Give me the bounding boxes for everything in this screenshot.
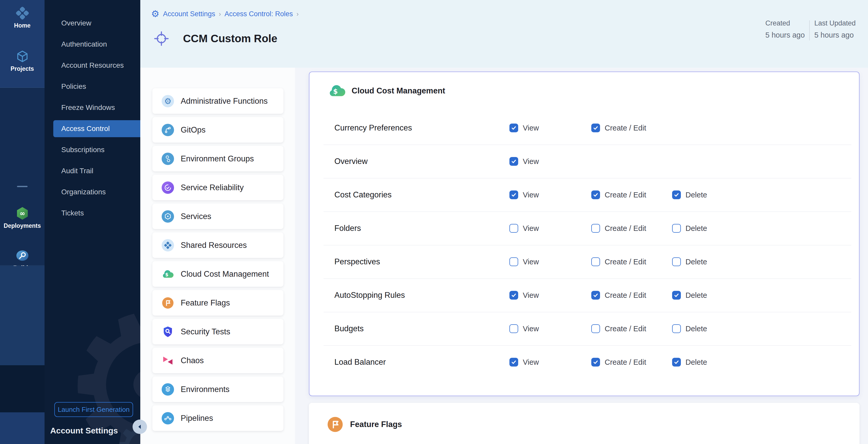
module-label: Pipelines bbox=[181, 414, 213, 423]
module-card-administrative-functions[interactable]: ⚙Administrative Functions bbox=[152, 88, 283, 114]
cloud-cost-management-permissions-card: $ Cloud Cost Management Currency Prefere… bbox=[309, 71, 860, 396]
permission-label: Budgets bbox=[334, 324, 364, 333]
rail-item-deployments[interactable]: ∞ Deployments bbox=[0, 206, 44, 229]
permissions-area: $ Cloud Cost Management Currency Prefere… bbox=[295, 68, 868, 444]
delete-permission-group: Delete bbox=[672, 324, 707, 333]
cloud-dollar-icon: $ bbox=[328, 84, 346, 98]
create_edit-checkbox[interactable] bbox=[591, 324, 600, 333]
module-rail: Home Projects ∞ Deployments Builds Featu… bbox=[0, 0, 44, 444]
view-checkbox[interactable] bbox=[509, 157, 518, 166]
delete-checkbox[interactable] bbox=[672, 291, 681, 299]
module-label: Services bbox=[181, 212, 211, 221]
settings-nav-item-policies[interactable]: Policies bbox=[44, 76, 140, 97]
module-label: Environments bbox=[181, 385, 229, 394]
delete-checkbox[interactable] bbox=[672, 190, 681, 199]
permission-row: BudgetsViewCreate / EditDelete bbox=[309, 312, 859, 345]
breadcrumb-separator: › bbox=[219, 10, 221, 18]
create_edit-permission-group: Create / Edit bbox=[591, 358, 646, 367]
delete-checkbox[interactable] bbox=[672, 324, 681, 333]
delete-checkbox[interactable] bbox=[672, 257, 681, 266]
permission-row: Load BalancerViewCreate / EditDelete bbox=[309, 345, 859, 379]
settings-nav-item-freeze-windows[interactable]: Freeze Windows bbox=[44, 97, 140, 118]
view-checkbox[interactable] bbox=[509, 124, 518, 132]
view-checkbox[interactable] bbox=[509, 257, 518, 266]
create_edit-checkbox-label: Create / Edit bbox=[604, 324, 646, 333]
create_edit-checkbox[interactable] bbox=[591, 358, 600, 367]
module-card-environments[interactable]: Environments bbox=[152, 377, 283, 402]
module-label: Cloud Cost Management bbox=[181, 269, 269, 279]
view-checkbox[interactable] bbox=[509, 358, 518, 367]
settings-nav-item-audit-trail[interactable]: Audit Trail bbox=[44, 160, 140, 182]
settings-nav-item-account-resources[interactable]: Account Resources bbox=[44, 55, 140, 76]
settings-nav-item-authentication[interactable]: Authentication bbox=[44, 34, 140, 55]
module-card-shared-resources[interactable]: Shared Resources bbox=[152, 232, 283, 258]
created-value: 5 hours ago bbox=[765, 31, 805, 39]
harness-app: Home Projects ∞ Deployments Builds Featu… bbox=[0, 0, 868, 444]
environments-icon bbox=[162, 383, 174, 395]
settings-nav-item-access-control[interactable]: Access Control bbox=[53, 120, 140, 137]
view-checkbox-label: View bbox=[523, 358, 539, 367]
delete-checkbox[interactable] bbox=[672, 358, 681, 367]
create_edit-checkbox[interactable] bbox=[591, 190, 600, 199]
module-card-environment-groups[interactable]: Environment Groups bbox=[152, 146, 283, 171]
delete-permission-group: Delete bbox=[672, 358, 707, 367]
settings-nav-item-organizations[interactable]: Organizations bbox=[44, 182, 140, 202]
rail-item-home[interactable]: Home bbox=[0, 6, 44, 29]
module-card-service-reliability[interactable]: Service Reliability bbox=[152, 175, 283, 200]
view-checkbox[interactable] bbox=[509, 291, 518, 299]
view-checkbox-label: View bbox=[523, 324, 539, 333]
view-checkbox[interactable] bbox=[509, 224, 518, 233]
view-checkbox[interactable] bbox=[509, 190, 518, 199]
create_edit-checkbox[interactable] bbox=[591, 257, 600, 266]
permission-label: Load Balancer bbox=[334, 357, 386, 367]
account-settings-nav-panel: ⚙ ⚙ OverviewAuthenticationAccount Resour… bbox=[44, 0, 140, 444]
rail-item-label: Projects bbox=[10, 65, 34, 72]
environment-groups-icon bbox=[162, 153, 174, 165]
settings-nav-item-subscriptions[interactable]: Subscriptions bbox=[44, 139, 140, 160]
feature-flags-icon bbox=[327, 416, 343, 433]
delete-checkbox-label: Delete bbox=[685, 191, 707, 199]
last-updated-value: 5 hours ago bbox=[814, 31, 856, 39]
view-checkbox-label: View bbox=[523, 157, 539, 166]
breadcrumb: ⚙ Account Settings › Access Control: Rol… bbox=[151, 9, 299, 19]
breadcrumb-access-control-roles[interactable]: Access Control: Roles bbox=[224, 10, 293, 18]
create_edit-checkbox-label: Create / Edit bbox=[604, 191, 646, 199]
delete-checkbox[interactable] bbox=[672, 224, 681, 233]
gear-watermark-icon: ⚙ bbox=[44, 266, 140, 444]
breadcrumb-account-settings[interactable]: Account Settings bbox=[163, 10, 215, 18]
create_edit-checkbox[interactable] bbox=[591, 291, 600, 299]
services-icon bbox=[162, 210, 174, 223]
module-label: GitOps bbox=[181, 125, 206, 135]
title-row: CCM Custom Role bbox=[153, 30, 277, 47]
create_edit-checkbox[interactable] bbox=[591, 224, 600, 233]
created-block: Created 5 hours ago bbox=[761, 19, 809, 39]
module-card-chaos[interactable]: Chaos bbox=[152, 348, 283, 373]
rail-section-top: Home Projects bbox=[0, 0, 44, 88]
view-checkbox[interactable] bbox=[509, 324, 518, 333]
section-header: Feature Flags bbox=[327, 416, 402, 433]
section-title: Cloud Cost Management bbox=[352, 86, 445, 95]
module-card-gitops[interactable]: GitOps bbox=[152, 117, 283, 142]
delete-permission-group: Delete bbox=[672, 224, 707, 233]
module-label: Administrative Functions bbox=[181, 97, 268, 106]
settings-nav-item-tickets[interactable]: Tickets bbox=[44, 202, 140, 224]
create_edit-permission-group: Create / Edit bbox=[591, 190, 646, 199]
settings-nav-item-overview[interactable]: Overview bbox=[44, 12, 140, 34]
view-checkbox-label: View bbox=[523, 224, 539, 233]
view-permission-group: View bbox=[509, 124, 539, 132]
module-card-services[interactable]: Services bbox=[152, 203, 283, 229]
module-card-security-tests[interactable]: Security Tests bbox=[152, 319, 283, 344]
created-label: Created bbox=[765, 19, 805, 27]
module-card-cloud-cost-management[interactable]: $Cloud Cost Management bbox=[152, 261, 283, 287]
section-header: $ Cloud Cost Management bbox=[328, 84, 445, 98]
module-card-pipelines[interactable]: Pipelines bbox=[152, 405, 283, 431]
drag-handle[interactable] bbox=[17, 186, 28, 187]
launch-first-generation-button[interactable]: Launch First Generation bbox=[54, 402, 133, 417]
rail-item-projects[interactable]: Projects bbox=[0, 49, 44, 72]
view-permission-group: View bbox=[509, 324, 539, 333]
collapse-nav-button[interactable] bbox=[132, 419, 147, 434]
module-card-feature-flags[interactable]: Feature Flags bbox=[152, 290, 283, 316]
create_edit-checkbox[interactable] bbox=[591, 124, 600, 132]
rail-section-account-settings[interactable]: ⚙ ACCOUNT SETTINGS bbox=[0, 365, 44, 412]
last-updated-block: Last Updated 5 hours ago bbox=[810, 19, 860, 39]
